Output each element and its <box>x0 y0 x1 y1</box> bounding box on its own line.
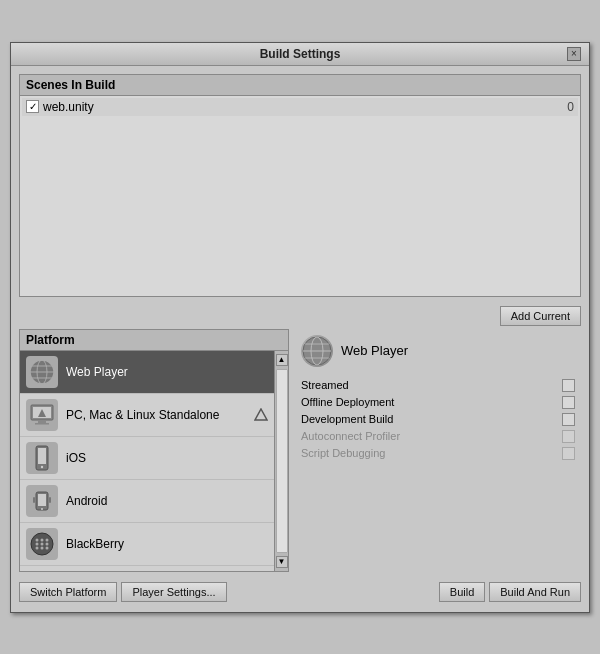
svg-point-22 <box>36 542 39 545</box>
autoconnect-label: Autoconnect Profiler <box>301 430 556 442</box>
script-debugging-label: Script Debugging <box>301 447 556 459</box>
svg-rect-8 <box>35 423 49 425</box>
script-debugging-checkbox <box>562 447 575 460</box>
platform-item-web-player[interactable]: Web Player <box>20 351 274 394</box>
svg-point-20 <box>41 538 44 541</box>
autoconnect-checkbox <box>562 430 575 443</box>
platform-item-pc-mac-linux[interactable]: PC, Mac & Linux Standalone <box>20 394 274 437</box>
platform-list: Web Player <box>20 351 274 571</box>
pc-mac-linux-icon <box>26 399 58 431</box>
svg-rect-14 <box>38 494 46 506</box>
platform-panel: Platform <box>19 329 289 572</box>
scenes-header: Scenes In Build <box>20 75 580 96</box>
development-checkbox[interactable] <box>562 413 575 426</box>
svg-rect-16 <box>33 497 35 503</box>
footer: Switch Platform Player Settings... Build… <box>19 578 581 604</box>
platform-item-flash[interactable]: f Flash Player <box>20 566 274 571</box>
settings-row-offline: Offline Deployment <box>301 396 575 409</box>
settings-row-streamed: Streamed <box>301 379 575 392</box>
scenes-section: Scenes In Build ✓ web.unity 0 <box>19 74 581 297</box>
settings-row-autoconnect: Autoconnect Profiler <box>301 430 575 443</box>
settings-globe-icon <box>301 335 333 367</box>
streamed-label: Streamed <box>301 379 556 391</box>
settings-row-development: Development Build <box>301 413 575 426</box>
add-current-row: Add Current <box>19 303 581 329</box>
bottom-section: Platform <box>19 329 581 572</box>
svg-point-25 <box>36 546 39 549</box>
unity-icon <box>254 408 268 422</box>
footer-right: Build Build And Run <box>439 582 581 602</box>
scene-name: web.unity <box>43 100 567 114</box>
build-settings-window: Build Settings × Scenes In Build ✓ web.u… <box>10 42 590 613</box>
scroll-thumb[interactable] <box>276 369 288 553</box>
platform-label-blackberry: BlackBerry <box>66 537 268 551</box>
window-title: Build Settings <box>33 47 567 61</box>
scroll-up-arrow[interactable]: ▲ <box>276 354 288 366</box>
svg-point-12 <box>41 465 43 467</box>
add-current-button[interactable]: Add Current <box>500 306 581 326</box>
player-settings-button[interactable]: Player Settings... <box>121 582 226 602</box>
platform-list-container: Web Player <box>20 351 288 571</box>
switch-platform-button[interactable]: Switch Platform <box>19 582 117 602</box>
streamed-checkbox[interactable] <box>562 379 575 392</box>
title-bar: Build Settings × <box>11 43 589 66</box>
svg-rect-11 <box>38 448 46 464</box>
svg-point-23 <box>41 542 44 545</box>
close-button[interactable]: × <box>567 47 581 61</box>
scene-index: 0 <box>567 100 574 114</box>
offline-label: Offline Deployment <box>301 396 556 408</box>
platform-item-blackberry[interactable]: BlackBerry <box>20 523 274 566</box>
scene-checkbox[interactable]: ✓ <box>26 100 39 113</box>
ios-icon <box>26 442 58 474</box>
offline-checkbox[interactable] <box>562 396 575 409</box>
scenes-list: ✓ web.unity 0 <box>20 96 580 296</box>
android-icon <box>26 485 58 517</box>
svg-point-19 <box>36 538 39 541</box>
svg-point-21 <box>46 538 49 541</box>
scroll-down-arrow[interactable]: ▼ <box>276 556 288 568</box>
svg-point-24 <box>46 542 49 545</box>
platform-item-ios[interactable]: iOS <box>20 437 274 480</box>
scene-item[interactable]: ✓ web.unity 0 <box>22 98 578 116</box>
build-and-run-button[interactable]: Build And Run <box>489 582 581 602</box>
build-button[interactable]: Build <box>439 582 485 602</box>
platform-label-pc-mac: PC, Mac & Linux Standalone <box>66 408 246 422</box>
settings-panel-title: Web Player <box>341 343 408 358</box>
platform-label-web-player: Web Player <box>66 365 268 379</box>
web-player-icon <box>26 356 58 388</box>
svg-point-27 <box>46 546 49 549</box>
blackberry-icon <box>26 528 58 560</box>
svg-point-26 <box>41 546 44 549</box>
platform-label-android: Android <box>66 494 268 508</box>
settings-panel: Web Player Streamed Offline Deployment D… <box>295 329 581 572</box>
settings-title: Web Player <box>301 335 575 367</box>
svg-point-15 <box>41 508 43 510</box>
footer-left: Switch Platform Player Settings... <box>19 582 227 602</box>
platform-item-android[interactable]: Android <box>20 480 274 523</box>
svg-rect-7 <box>38 421 46 423</box>
platform-scrollbar[interactable]: ▲ ▼ <box>274 351 288 571</box>
svg-marker-9 <box>255 409 267 420</box>
platform-label-ios: iOS <box>66 451 268 465</box>
platform-header: Platform <box>20 330 288 351</box>
svg-rect-17 <box>49 497 51 503</box>
settings-row-script-debugging: Script Debugging <box>301 447 575 460</box>
development-label: Development Build <box>301 413 556 425</box>
